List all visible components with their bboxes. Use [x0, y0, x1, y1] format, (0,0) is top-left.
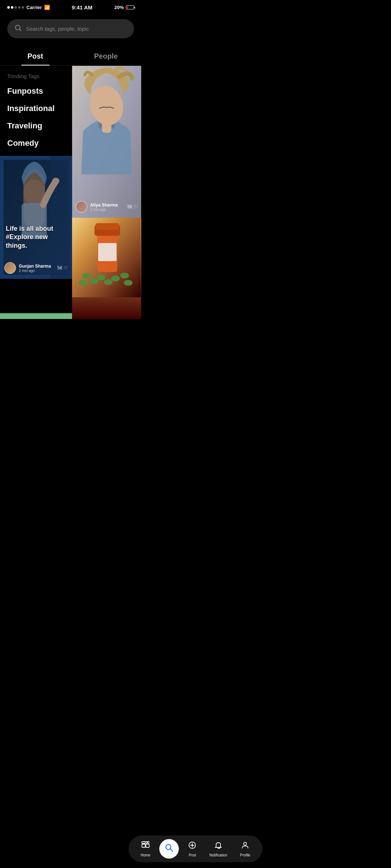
svg-point-17 — [82, 273, 91, 278]
search-container: Search tags, people, topic — [0, 13, 141, 47]
avatar-aliya — [76, 201, 87, 213]
signal-dot-1 — [7, 6, 10, 9]
left-panel: Trinding Tags Funposts Inspirational Tra… — [0, 66, 72, 319]
tag-funposts[interactable]: Funposts — [7, 86, 65, 96]
post-card-right-top[interactable]: Aliya Sharma 2 min ago 56 ♡ — [72, 66, 141, 218]
signal-dot-2 — [11, 6, 13, 9]
battery-icon — [126, 5, 134, 9]
tabs: Post People — [0, 47, 141, 66]
right-panel: Aliya Sharma 2 min ago 56 ♡ — [72, 66, 141, 319]
svg-rect-11 — [102, 122, 111, 133]
svg-point-20 — [104, 279, 113, 285]
avatar-gunjan — [4, 262, 16, 274]
status-right: 20% — [114, 5, 134, 10]
tag-inspirational[interactable]: Inspirational — [7, 104, 65, 113]
svg-line-1 — [20, 29, 21, 31]
post-caption-text: Life is all about #Explore new things. — [6, 225, 66, 250]
svg-point-19 — [97, 275, 105, 280]
status-bar: Carrier 📶 9:41 AM 20% — [0, 0, 141, 13]
wifi-icon: 📶 — [44, 5, 50, 10]
trending-label: Trinding Tags — [7, 73, 65, 79]
search-bar[interactable]: Search tags, people, topic — [7, 19, 134, 38]
signal-dot-3 — [14, 6, 17, 9]
svg-point-23 — [124, 280, 133, 286]
signal-dot-5 — [22, 6, 24, 9]
svg-point-18 — [89, 278, 98, 284]
green-strip — [0, 313, 72, 319]
like-count-left[interactable]: 56 ♡ — [58, 265, 68, 271]
svg-point-24 — [79, 280, 87, 286]
post-card-right-bottom[interactable] — [72, 218, 141, 319]
like-count-right[interactable]: 56 ♡ — [127, 204, 138, 209]
post-footer-right-top: Aliya Sharma 2 min ago 56 ♡ — [76, 201, 138, 213]
carrier-label: Carrier — [26, 5, 42, 10]
signal-dot-4 — [18, 6, 21, 9]
post-card-left[interactable]: Life is all about #Explore new things. G… — [0, 156, 72, 279]
user-time-right: 2 min ago — [90, 208, 118, 212]
user-time-left: 2 min ago — [19, 269, 51, 273]
tab-post[interactable]: Post — [0, 47, 71, 65]
tab-people[interactable]: People — [71, 47, 141, 65]
time-display: 9:41 AM — [72, 4, 92, 10]
tag-traveling[interactable]: Traveling — [7, 121, 65, 131]
tag-comedy[interactable]: Comedy — [7, 139, 65, 148]
user-name-left: Gunjan Sharma — [19, 264, 51, 269]
user-info-left: Gunjan Sharma 2 min ago — [19, 264, 51, 273]
heart-icon-left: ♡ — [64, 265, 68, 271]
search-icon — [14, 24, 22, 33]
svg-rect-8 — [0, 156, 72, 278]
svg-point-22 — [120, 273, 129, 278]
svg-rect-15 — [96, 223, 119, 230]
battery-percent: 20% — [114, 5, 124, 10]
heart-icon-right: ♡ — [134, 204, 138, 209]
user-name-right: Aliya Sharma — [90, 203, 118, 208]
post-user-right: Aliya Sharma 2 min ago — [76, 201, 118, 213]
search-placeholder: Search tags, people, topic — [26, 26, 89, 32]
content-area: Trinding Tags Funposts Inspirational Tra… — [0, 66, 141, 319]
user-info-right: Aliya Sharma 2 min ago — [90, 203, 118, 212]
status-left: Carrier 📶 — [7, 5, 50, 10]
post-caption-overlay: Life is all about #Explore new things. — [6, 225, 66, 250]
svg-rect-16 — [98, 243, 117, 261]
svg-point-21 — [111, 276, 120, 281]
signal-dots — [7, 6, 24, 9]
post-user-left: Gunjan Sharma 2 min ago — [4, 262, 51, 274]
post-footer-left: Gunjan Sharma 2 min ago 56 ♡ — [4, 262, 68, 274]
